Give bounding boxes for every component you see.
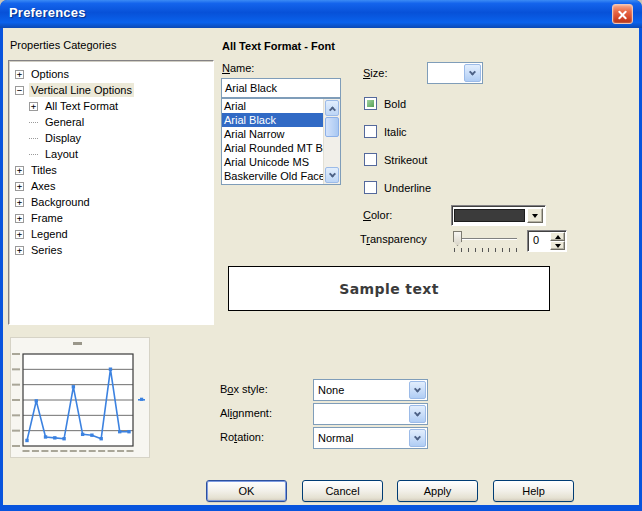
strikeout-checkbox-row: Strikeout [364,153,427,166]
tree-item-label[interactable]: Frame [29,211,65,225]
scrollbar-track[interactable] [324,137,340,166]
slider-track[interactable] [453,238,517,240]
color-dropdown-button[interactable] [527,208,543,223]
expand-icon[interactable]: + [15,70,24,79]
font-list-item[interactable]: Arial Narrow [222,127,323,141]
chevron-up-icon [328,106,335,113]
slider-tick [475,248,476,252]
underline-checkbox-label[interactable]: Underline [384,182,431,194]
tree-item-label[interactable]: Vertical Line Options [29,83,134,97]
rotation-dropdown-button[interactable] [409,429,426,447]
alignment-label: Alignment: [220,407,272,419]
apply-button[interactable]: Apply [397,480,478,502]
alignment-dropdown-button[interactable] [409,405,426,423]
tree-item-label[interactable]: Layout [43,147,80,161]
underline-checkbox[interactable] [364,181,377,194]
slider-tick [509,248,510,252]
tree-item-frame[interactable]: +Frame [9,210,213,226]
tree-item-label[interactable]: Options [29,67,71,81]
expand-icon[interactable]: + [15,182,24,191]
color-swatch [454,209,525,222]
font-list-item[interactable]: Arial Rounded MT Bold [222,141,323,155]
strikeout-checkbox-label[interactable]: Strikeout [384,154,427,166]
tree-item-titles[interactable]: +Titles [9,162,213,178]
transparency-slider[interactable] [450,229,520,253]
tree-item-label[interactable]: Axes [29,179,57,193]
tree-item-general[interactable]: General [9,114,213,130]
tree-connector [29,154,38,155]
scroll-down-button[interactable] [325,167,339,183]
spin-down-button[interactable] [550,241,565,250]
bold-checkbox-label[interactable]: Bold [384,98,406,110]
expand-icon[interactable]: + [29,102,38,111]
tree-item-series[interactable]: +Series [9,242,213,258]
transparency-value[interactable]: 0 [529,232,550,250]
color-dropdown[interactable] [451,205,546,226]
slider-tick [516,248,517,252]
color-label: Color: [363,209,392,221]
size-dropdown-button[interactable] [464,64,481,82]
expand-icon[interactable]: + [15,198,24,207]
tree-item-label[interactable]: Series [29,243,64,257]
tree-item-label[interactable]: General [43,115,86,129]
italic-checkbox[interactable] [364,125,377,138]
bold-checkbox[interactable] [364,97,377,110]
font-list-scrollbar[interactable] [323,99,340,184]
sample-preview-box: Sample text [228,266,550,311]
strikeout-checkbox[interactable] [364,153,377,166]
rotation-combobox[interactable]: Normal [313,427,428,449]
expand-icon[interactable]: + [15,230,24,239]
scroll-up-button[interactable] [325,100,339,116]
slider-tick [454,248,455,252]
close-button[interactable] [612,4,633,24]
expand-icon[interactable]: + [15,214,24,223]
box-style-dropdown-button[interactable] [409,381,426,399]
titlebar[interactable]: Preferences [0,0,642,28]
help-button[interactable]: Help [493,480,574,502]
categories-tree: +Options−Vertical Line Options+All Text … [8,60,214,325]
tree-item-label[interactable]: Background [29,195,92,209]
spinner-buttons [550,232,565,250]
scrollbar-thumb[interactable] [325,117,339,137]
expand-icon[interactable]: + [15,166,24,175]
tree-item-label[interactable]: Display [43,131,83,145]
chart-preview [10,337,150,458]
font-list-item[interactable]: Arial Unicode MS [222,155,323,169]
tree-item-display[interactable]: Display [9,130,213,146]
slider-thumb[interactable] [453,231,462,246]
tree-item-all-text-format[interactable]: +All Text Format [9,98,213,114]
slider-tick [502,248,503,252]
box-style-label: Box style: [220,383,268,395]
tree-item-background[interactable]: +Background [9,194,213,210]
chevron-down-icon [414,433,421,440]
slider-tick [488,248,489,252]
spin-up-icon [555,235,561,239]
ok-button[interactable]: OK [206,480,287,502]
spin-up-button[interactable] [550,232,565,241]
font-list-item[interactable]: Arial Black [222,113,323,127]
expand-icon[interactable]: + [15,246,24,255]
size-label: Size: [363,67,387,79]
tree-item-vertical-line-options[interactable]: −Vertical Line Options [9,82,213,98]
alignment-combobox[interactable] [313,403,428,425]
font-name-label: Name: [222,62,254,74]
tree-item-label[interactable]: Legend [29,227,70,241]
italic-checkbox-label[interactable]: Italic [384,126,407,138]
tree-item-options[interactable]: +Options [9,66,213,82]
tree-connector [29,122,38,123]
tree-item-label[interactable]: Titles [29,163,59,177]
cancel-button[interactable]: Cancel [302,480,383,502]
font-list-item[interactable]: Baskerville Old Face [222,169,323,183]
preferences-dialog: Preferences Properties Categories +Optio… [0,0,642,511]
rotation-value: Normal [314,432,408,444]
font-list-item[interactable]: Arial [222,99,323,113]
box-style-combobox[interactable]: None [313,379,428,401]
collapse-icon[interactable]: − [15,86,24,95]
tree-item-axes[interactable]: +Axes [9,178,213,194]
tree-item-legend[interactable]: +Legend [9,226,213,242]
tree-item-layout[interactable]: Layout [9,146,213,162]
font-name-input[interactable]: Arial Black [221,78,341,98]
tree-item-label[interactable]: All Text Format [43,99,120,113]
slider-tick [468,248,469,252]
size-combobox[interactable] [427,62,483,84]
